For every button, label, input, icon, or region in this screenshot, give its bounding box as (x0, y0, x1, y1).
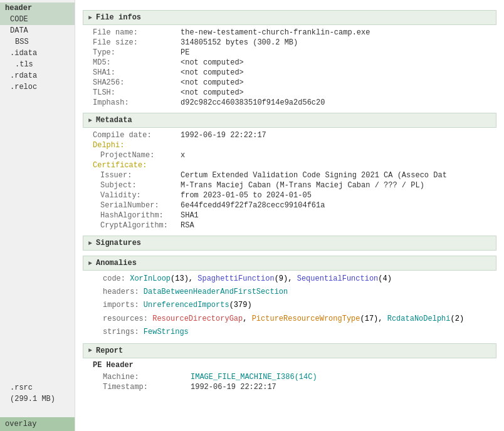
value-machine: IMAGE_FILE_MACHINE_I386(14C) (191, 373, 317, 382)
info-row-machine: Machine: IMAGE_FILE_MACHINE_I386(14C) (103, 372, 496, 382)
value-subject: M-Trans Maciej Caban (M-Trans Maciej Cab… (181, 181, 424, 190)
anomaly-row-strings: strings: FewStrings (103, 326, 496, 338)
label-serial: SerialNumber: (93, 201, 181, 210)
label-compile: Compile date: (93, 131, 181, 140)
report-content: PE Header Machine: IMAGE_FILE_MACHINE_I3… (93, 361, 496, 392)
info-row-serial: SerialNumber: 6e44fcedd49f22f7a28cecc991… (93, 200, 496, 210)
section-anomalies[interactable]: ► Anomalies (83, 256, 496, 271)
sidebar-item-idata[interactable]: .idata (0, 48, 75, 59)
anomaly-unreferenced-count: (379) (229, 301, 252, 309)
anomaly-row-resources: resources: ResourceDirectoryGap, Picture… (103, 313, 496, 325)
value-sha1: <not computed> (181, 68, 244, 77)
info-row-filesize: File size: 314805152 bytes (300.2 MB) (93, 38, 496, 48)
section-report-arrow: ► (88, 347, 92, 354)
section-metadata[interactable]: ► Metadata (83, 113, 496, 128)
anomaly-label-resources: resources: (103, 314, 152, 323)
label-filename: File name: (93, 28, 181, 37)
section-file-infos-title: File infos (96, 13, 141, 22)
info-row-sha1: SHA1: <not computed> (93, 68, 496, 78)
value-md5: <not computed> (181, 58, 244, 67)
anomaly-label-imports: imports: (103, 301, 144, 309)
label-filesize: File size: (93, 38, 181, 47)
label-timestamp: Timestamp: (103, 383, 191, 392)
value-sha256: <not computed> (181, 78, 244, 87)
anomaly-resourcedirectorygap[interactable]: ResourceDirectoryGap (152, 314, 243, 323)
value-serial: 6e44fcedd49f22f7a28cecc99104f61a (181, 201, 325, 210)
label-tlsh: TLSH: (93, 88, 181, 97)
section-file-infos[interactable]: ► File infos (83, 10, 496, 25)
label-machine: Machine: (103, 373, 191, 382)
sidebar-item-reloc[interactable]: .reloc (0, 81, 75, 93)
sidebar-item-rsrc[interactable]: .rsrc (0, 382, 75, 393)
sidebar-item-bss[interactable]: BSS (0, 36, 75, 48)
info-row-projectname: ProjectName: x (93, 150, 496, 160)
anomaly-picturewrong-count: (17), (360, 314, 387, 323)
anomaly-sequential-count: (4) (378, 274, 392, 283)
value-compile: 1992-06-19 22:22:17 (181, 131, 266, 140)
section-report[interactable]: ► Report (83, 343, 496, 358)
anomaly-rcdatanodelphi[interactable]: RcdataNoDelphi (387, 314, 451, 323)
info-row-issuer: Issuer: Certum Extended Validation Code … (93, 170, 496, 180)
main-content: ► File infos File name: the-new-testamen… (75, 0, 504, 431)
anomaly-row-code: code: XorInLoop(13), SpaghettiFunction(9… (103, 273, 496, 285)
anomaly-label-code: code: (103, 274, 130, 283)
section-metadata-arrow: ► (88, 117, 92, 124)
value-validity: from 2023-01-05 to 2024-01-05 (181, 191, 312, 200)
anomaly-xorinloop[interactable]: XorInLoop (130, 274, 171, 283)
info-row-sha256: SHA256: <not computed> (93, 78, 496, 88)
sidebar-item-code[interactable]: CODE (0, 14, 75, 25)
section-metadata-title: Metadata (96, 116, 132, 125)
file-infos-table: File name: the-new-testament-church-fran… (93, 28, 496, 108)
anomaly-spaghetti-count: (9), (275, 274, 297, 283)
label-cryptalgo: CryptAlgorithm: (93, 221, 181, 230)
value-projectname: x (181, 151, 185, 160)
label-sha1: SHA1: (93, 68, 181, 77)
section-signatures-title: Signatures (96, 239, 141, 247)
label-md5: MD5: (93, 58, 181, 67)
sidebar-item-overlay[interactable]: overlay (0, 417, 75, 431)
value-imphash: d92c982cc460383510f914e9a2d56c20 (181, 98, 325, 107)
anomaly-unreferenced[interactable]: UnreferencedImports (144, 301, 229, 309)
value-timestamp: 1992-06-19 22:22:17 (191, 383, 276, 392)
section-anomalies-arrow: ► (88, 260, 92, 267)
info-row-hashalgo: HashAlgorithm: SHA1 (93, 210, 496, 221)
anomaly-row-headers: headers: DataBetweenHeaderAndFirstSectio… (103, 286, 496, 298)
value-machine-hex: (14C) (295, 373, 317, 382)
info-row-type: Type: PE (93, 48, 496, 58)
info-row-timestamp: Timestamp: 1992-06-19 22:22:17 (103, 382, 496, 392)
sidebar-item-data[interactable]: DATA (0, 25, 75, 36)
anomaly-rcdatanodelphi-count: (2) (451, 314, 465, 323)
anomaly-label-headers: headers: (103, 288, 144, 296)
section-signatures[interactable]: ► Signatures (83, 236, 496, 251)
anomaly-sequential[interactable]: SequentialFunction (297, 274, 379, 283)
section-file-infos-arrow: ► (88, 14, 92, 21)
info-row-subject: Subject: M-Trans Maciej Caban (M-Trans M… (93, 180, 496, 190)
anomaly-fewstrings[interactable]: FewStrings (144, 328, 189, 336)
report-table: Machine: IMAGE_FILE_MACHINE_I386(14C) Ti… (103, 372, 496, 392)
sidebar-item-rdata[interactable]: .rdata (0, 70, 75, 81)
anomaly-picturewrong[interactable]: PictureResourceWrongType (252, 314, 360, 323)
anomaly-resourcedirectorygap-sep: , (243, 314, 251, 323)
info-row-filename: File name: the-new-testament-church-fran… (93, 28, 496, 38)
anomaly-databetween[interactable]: DataBetweenHeaderAndFirstSection (144, 288, 288, 296)
info-row-compile: Compile date: 1992-06-19 22:22:17 (93, 130, 496, 140)
label-validity: Validity: (93, 191, 181, 200)
anomaly-xorinloop-count: (13), (171, 274, 197, 283)
info-row-validity: Validity: from 2023-01-05 to 2024-01-05 (93, 190, 496, 200)
sidebar-item-header[interactable]: header (0, 3, 75, 14)
value-filename: the-new-testament-church-franklin-camp.e… (181, 28, 370, 37)
value-type: PE (181, 48, 189, 57)
sidebar-item-tls[interactable]: .tls (0, 59, 75, 70)
sidebar: header CODE DATA BSS .idata .tls .rdata … (0, 0, 75, 431)
section-anomalies-title: Anomalies (96, 259, 137, 267)
label-hashalgo: HashAlgorithm: (93, 211, 181, 220)
label-type: Type: (93, 48, 181, 57)
anomaly-spaghetti[interactable]: SpaghettiFunction (197, 274, 274, 283)
value-tlsh: <not computed> (181, 88, 244, 97)
value-hashalgo: SHA1 (181, 211, 199, 220)
value-issuer: Certum Extended Validation Code Signing … (181, 171, 447, 180)
label-delphi: Delphi: (93, 141, 181, 150)
metadata-table: Compile date: 1992-06-19 22:22:17 Delphi… (93, 130, 496, 231)
sidebar-item-rsrc-size: (299.1 MB) (0, 393, 75, 405)
info-row-imphash: Imphash: d92c982cc460383510f914e9a2d56c2… (93, 98, 496, 108)
